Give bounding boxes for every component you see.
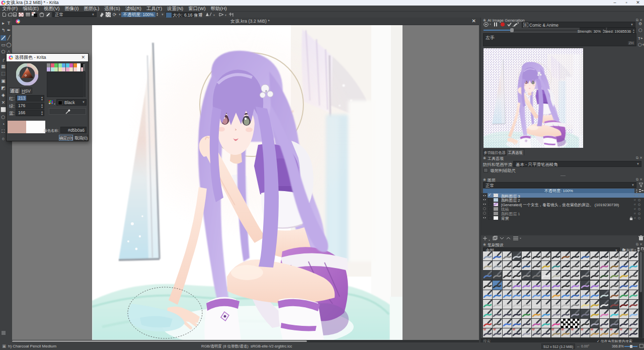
svg-text:B: B [524,23,527,27]
svg-text:▼: ▼ [224,14,227,17]
svg-text:▼: ▼ [213,14,215,17]
